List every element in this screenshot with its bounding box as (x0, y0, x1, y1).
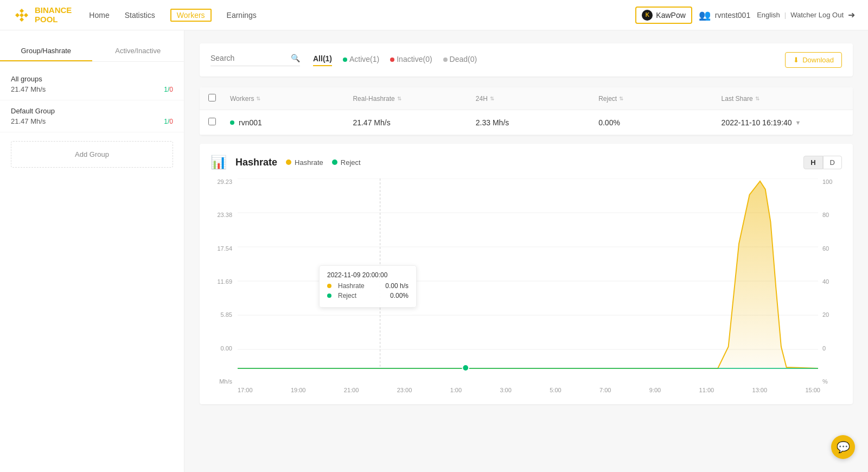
legend-reject-dot (332, 160, 337, 165)
tooltip-hashrate-dot (327, 284, 331, 288)
x-label-7: 7:00 (599, 387, 611, 393)
coin-label: KawPow (656, 11, 685, 20)
nav-home[interactable]: Home (89, 9, 109, 22)
search-box: 🔍 (210, 54, 300, 66)
sidebar-tab-group-hashrate[interactable]: Group/Hashrate (0, 41, 92, 61)
divider: | (784, 11, 786, 19)
svg-marker-1 (15, 13, 20, 17)
x-label-8: 9:00 (649, 387, 661, 393)
tooltip-reject-row: Reject 0.00% (327, 292, 409, 299)
group-all[interactable]: All groups 21.47 Mh/s 1/0 (0, 68, 184, 100)
table-header: Workers ⇅ Real-Hashrate ⇅ 24H ⇅ Reject ⇅… (200, 87, 853, 110)
download-button[interactable]: ⬇ Download (785, 52, 842, 68)
group-default-hash: 21.47 Mh/s 1/0 (11, 117, 173, 125)
y-right-1: 20 (822, 311, 842, 318)
tooltip-hashrate-row: Hashrate 0.00 h/s (327, 282, 409, 290)
sort-lastshare-icon[interactable]: ⇅ (755, 95, 760, 101)
x-label-5: 3:00 (500, 387, 511, 393)
svg-marker-0 (20, 9, 24, 13)
tab-filters: All(1) Active(1) Inactive(0) Dead(0) (313, 54, 477, 66)
binance-logo-icon (13, 7, 30, 24)
chart-title: Hashrate (235, 157, 277, 168)
nav-workers[interactable]: Workers (170, 9, 212, 22)
y-right-5: 100 (822, 178, 842, 185)
chat-button[interactable]: 💬 (831, 435, 855, 459)
chart-tooltip: 2022-11-09 20:00:00 Hashrate 0.00 h/s Re… (319, 265, 417, 308)
dead-dot (443, 58, 448, 62)
x-label-6: 5:00 (550, 387, 561, 393)
filter-inactive[interactable]: Inactive(0) (390, 55, 432, 66)
y-label-left-unit: Mh/s (210, 378, 232, 385)
main-layout: Group/Hashrate Active/Inactive All group… (0, 30, 868, 472)
col-24h: 24H ⇅ (476, 95, 598, 103)
inactive-dot (390, 58, 394, 62)
coin-selector[interactable]: K KawPow (635, 7, 692, 24)
period-d-button[interactable]: D (823, 156, 842, 169)
coin-icon: K (642, 10, 653, 21)
expand-row-icon[interactable]: ▼ (795, 119, 801, 126)
sort-hashrate-icon[interactable]: ⇅ (397, 95, 401, 101)
period-h-button[interactable]: H (803, 156, 822, 169)
x-axis: 17:00 19:00 21:00 23:00 1:00 3:00 5:00 7… (238, 387, 820, 393)
nav-statistics[interactable]: Statistics (125, 9, 155, 22)
legend-reject: Reject (332, 158, 361, 167)
logout-button[interactable]: Watcher Log Out (790, 11, 844, 19)
group-default[interactable]: Default Group 21.47 Mh/s 1/0 (0, 100, 184, 132)
y-right-unit: % (822, 378, 842, 385)
x-label-4: 1:00 (450, 387, 462, 393)
worker-real-hashrate: 21.47 Mh/s (353, 118, 475, 127)
filters-bar: 🔍 All(1) Active(1) Inactive(0) Dead(0) ⬇… (200, 43, 853, 76)
y-axis-right: % 0 20 40 60 80 100 (820, 178, 842, 385)
select-all-checkbox[interactable] (208, 94, 216, 101)
x-label-9: 11:00 (699, 387, 714, 393)
filter-all[interactable]: All(1) (313, 54, 332, 66)
logo-text: BINANCE POOL (35, 6, 72, 24)
tooltip-hashrate-value: 0.00 h/s (385, 282, 409, 290)
filter-dead[interactable]: Dead(0) (443, 55, 477, 66)
group-all-hash: 21.47 Mh/s 1/0 (11, 85, 173, 93)
header: BINANCE POOL Home Statistics Workers Ear… (0, 0, 868, 30)
worker-last-share: 2022-11-10 16:19:40 ▼ (722, 118, 844, 127)
logout-icon[interactable]: ➜ (848, 10, 855, 20)
worker-reject: 0.00% (598, 118, 721, 127)
language-selector[interactable]: English (757, 11, 780, 19)
chart-period-buttons: H D (803, 156, 842, 169)
x-label-10: 13:00 (752, 387, 768, 393)
svg-marker-3 (20, 17, 24, 22)
x-label-11: 15:00 (805, 387, 820, 393)
sort-workers-icon[interactable]: ⇅ (256, 95, 260, 101)
chart-container: Mh/s 0.00 5.85 11.69 17.54 23.38 29.23 (210, 178, 842, 393)
sort-reject-icon[interactable]: ⇅ (619, 95, 623, 101)
table-row[interactable]: rvn001 21.47 Mh/s 2.33 Mh/s 0.00% 2022-1… (200, 110, 853, 135)
chart-header: 📊 Hashrate Hashrate Reject H D (210, 155, 842, 170)
sort-24h-icon[interactable]: ⇅ (490, 95, 494, 101)
reject-dot (462, 365, 469, 371)
logo[interactable]: BINANCE POOL (13, 6, 72, 24)
filter-active[interactable]: Active(1) (343, 55, 379, 66)
tooltip-reject-label: Reject (338, 292, 386, 299)
col-real-hashrate: Real-Hashrate ⇅ (353, 95, 475, 103)
worker-name-cell: rvn001 (230, 118, 353, 127)
svg-marker-2 (24, 13, 28, 17)
chart-legend: Hashrate Reject (286, 158, 361, 167)
add-group-button[interactable]: Add Group (11, 141, 173, 168)
sidebar-tab-active-inactive[interactable]: Active/Inactive (92, 41, 184, 61)
nav-earnings[interactable]: Earnings (227, 9, 257, 22)
x-label-0: 17:00 (238, 387, 253, 393)
username: rvntest001 (715, 11, 750, 20)
sidebar: Group/Hashrate Active/Inactive All group… (0, 30, 184, 472)
row-checkbox[interactable] (208, 118, 216, 125)
group-default-name: Default Group (11, 107, 173, 115)
users-icon: 👥 (699, 9, 711, 21)
tooltip-reject-dot (327, 294, 331, 298)
worker-24h: 2.33 Mh/s (476, 118, 598, 127)
content: 🔍 All(1) Active(1) Inactive(0) Dead(0) ⬇… (184, 30, 868, 472)
header-right: K KawPow 👥 rvntest001 English | Watcher … (635, 7, 855, 24)
chat-icon: 💬 (837, 441, 850, 454)
col-workers: Workers ⇅ (230, 95, 353, 103)
y-label-left-5: 29.23 (210, 178, 232, 185)
search-input[interactable] (210, 54, 286, 62)
y-label-left-0: 0.00 (210, 345, 232, 352)
active-dot (343, 58, 347, 62)
sidebar-tabs: Group/Hashrate Active/Inactive (0, 41, 184, 62)
